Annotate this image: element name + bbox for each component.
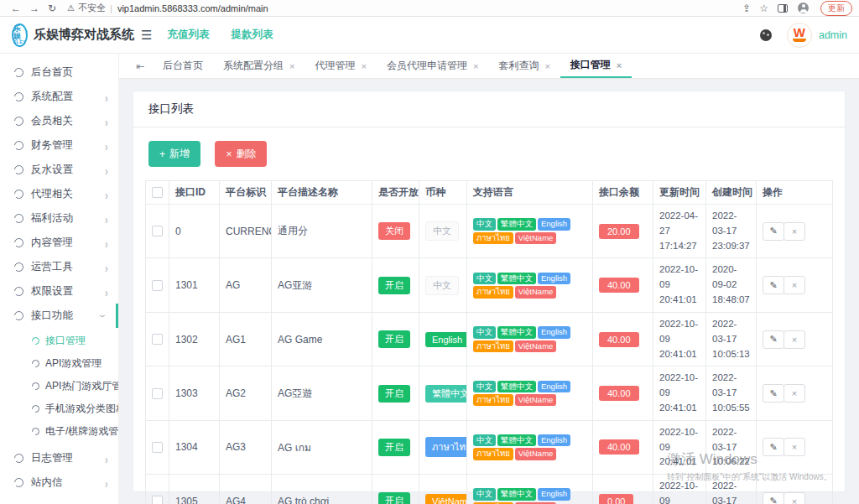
balance-badge: 40.00 — [599, 439, 639, 455]
sidebar-item[interactable]: 反水设置 › — [0, 158, 118, 182]
back-icon[interactable]: ← — [11, 3, 21, 13]
tab-label: 后台首页 — [163, 59, 203, 73]
submenu-ring-icon — [32, 405, 39, 413]
share-icon[interactable]: ⇪ — [742, 3, 751, 13]
row-checkbox[interactable] — [152, 226, 163, 236]
cell-created: 2022-03-1710:06:22 — [706, 420, 757, 474]
sidebar-item[interactable]: 会员相关 › — [0, 109, 118, 133]
tab-close-icon[interactable]: × — [544, 61, 549, 71]
edit-icon: ✎ — [769, 442, 777, 453]
tab[interactable]: 系统配置分组 × — [213, 54, 305, 78]
sidebar-item[interactable]: 运营工具 › — [0, 255, 118, 279]
sidebar-subitem[interactable]: 手机游戏分类图标 — [0, 397, 118, 420]
row-checkbox[interactable] — [152, 334, 163, 345]
sidebar-item[interactable]: 接口功能 › — [0, 304, 118, 328]
cell-name: AG亚游 — [272, 258, 372, 312]
sidebar-subitem[interactable]: API游戏管理 — [0, 352, 118, 375]
row-delete-button[interactable]: × — [784, 222, 805, 241]
language-tag: ภาษาไทย — [473, 286, 513, 298]
cell-operations: ✎ × — [757, 366, 833, 420]
language-tag: 繁體中文 — [497, 488, 536, 500]
currency-badge: ภาษาไทย — [425, 437, 467, 457]
sidebar-item[interactable]: 系统配置 › — [0, 85, 118, 109]
side-panel-icon[interactable] — [778, 4, 788, 13]
chevron-icon: › — [106, 163, 108, 177]
nav-recharge-list[interactable]: 充值列表 — [167, 28, 209, 42]
column-header: 支持语言 — [467, 181, 593, 205]
edit-button[interactable]: ✎ — [763, 492, 784, 504]
sidebar-menu: 后台首页 系统配置 › 会员相关 › 财务管理 › 反水设置 › 代理相关 › … — [0, 60, 118, 495]
menu-ring-icon — [14, 238, 23, 247]
row-delete-button[interactable]: × — [784, 276, 805, 294]
address-bar[interactable]: ⚠ 不安全 | vip1admin.5868333.com/admin/main — [67, 2, 268, 14]
reload-icon[interactable]: ↻ — [48, 3, 56, 13]
balance-badge: 40.00 — [599, 386, 639, 401]
warning-icon: ⚠ — [67, 3, 75, 13]
language-tag: ViệtName — [515, 232, 557, 244]
edit-button[interactable]: ✎ — [763, 384, 784, 403]
sidebar: 后台首页 系统配置 › 会员相关 › 财务管理 › 反水设置 › 代理相关 › … — [0, 54, 119, 504]
cell-currency: 中文 — [419, 205, 467, 258]
edit-button[interactable]: ✎ — [763, 330, 784, 349]
edit-button[interactable]: ✎ — [763, 438, 784, 456]
username[interactable]: admin — [819, 29, 847, 41]
open-badge: 开启 — [378, 330, 410, 348]
avatar[interactable]: W — [787, 23, 812, 48]
row-checkbox[interactable] — [152, 388, 163, 399]
delete-button[interactable]: × 删除 — [215, 141, 267, 167]
created-date: 2022-03-17 — [712, 479, 750, 504]
language-tag: English — [538, 381, 570, 392]
sidebar-subitem[interactable]: 电子/棋牌游戏管理 — [0, 420, 118, 443]
edit-button[interactable]: ✎ — [763, 276, 784, 294]
scroll-tabs-left-icon[interactable]: ⇤ — [136, 60, 144, 72]
sidebar-item[interactable]: 权限设置 › — [0, 279, 118, 304]
row-delete-button[interactable]: × — [784, 492, 805, 504]
row-delete-button[interactable]: × — [784, 330, 805, 349]
sidebar-item-label: 站内信 — [31, 475, 63, 490]
tab[interactable]: 后台首页 — [153, 54, 213, 78]
tab[interactable]: 代理管理 × — [305, 54, 377, 78]
star-icon[interactable]: ☆ — [759, 3, 768, 13]
chevron-icon: › — [106, 114, 108, 128]
sidebar-item-label: 运营工具 — [31, 260, 73, 274]
sidebar-item[interactable]: 财务管理 › — [0, 133, 118, 158]
row-checkbox[interactable] — [152, 442, 163, 453]
sidebar-item[interactable]: 后台首页 — [0, 60, 118, 85]
row-checkbox[interactable] — [152, 280, 163, 291]
sidebar-item[interactable]: 代理相关 › — [0, 182, 118, 206]
update-button[interactable]: 更新 — [820, 1, 852, 16]
sidebar-item[interactable]: 站内信 › — [0, 470, 118, 495]
content-area: 接口列表 + 新增 × 删除 — [119, 79, 859, 504]
sidebar-subitem[interactable]: API热门游戏厅管理 — [0, 375, 118, 397]
forward-icon[interactable]: → — [29, 3, 39, 13]
sidebar-item[interactable]: 日志管理 › — [0, 446, 118, 470]
tab-close-icon[interactable]: × — [362, 61, 367, 71]
updated-time: 20:41:01 — [659, 401, 700, 416]
theme-icon[interactable] — [760, 29, 772, 41]
tab[interactable]: 套利查询 × — [488, 54, 560, 78]
nav-withdraw-list[interactable]: 提款列表 — [231, 28, 273, 42]
add-button[interactable]: + 新增 — [148, 141, 200, 167]
row-delete-button[interactable]: × — [784, 438, 805, 456]
created-time: 10:05:13 — [712, 347, 750, 362]
edit-icon: ✎ — [769, 334, 777, 345]
tab-close-icon[interactable]: × — [473, 61, 478, 71]
column-header: 操作 — [757, 181, 833, 205]
sidebar-item[interactable]: 福利活动 › — [0, 206, 118, 231]
select-all-checkbox[interactable] — [152, 187, 163, 198]
sidebar-item[interactable]: 内容管理 › — [0, 231, 118, 255]
row-checkbox[interactable] — [152, 496, 163, 504]
cell-select — [146, 475, 169, 504]
tab[interactable]: 接口管理 × — [560, 54, 632, 78]
edit-button[interactable]: ✎ — [763, 222, 784, 241]
hamburger-icon[interactable]: ☰ — [141, 28, 152, 43]
sidebar-item-label: 反水设置 — [31, 163, 73, 177]
browser-profile-icon[interactable] — [798, 3, 809, 13]
row-delete-button[interactable]: × — [784, 384, 805, 403]
language-tag: English — [538, 326, 570, 338]
tab-close-icon[interactable]: × — [289, 61, 294, 71]
tab-close-icon[interactable]: × — [617, 60, 622, 70]
tab-bar-tabs: 后台首页 系统配置分组 × 代理管理 × 会员代理申请管理 × 套利查询 × 接… — [153, 54, 632, 78]
tab[interactable]: 会员代理申请管理 × — [377, 54, 488, 78]
sidebar-subitem[interactable]: 接口管理 — [0, 330, 118, 352]
